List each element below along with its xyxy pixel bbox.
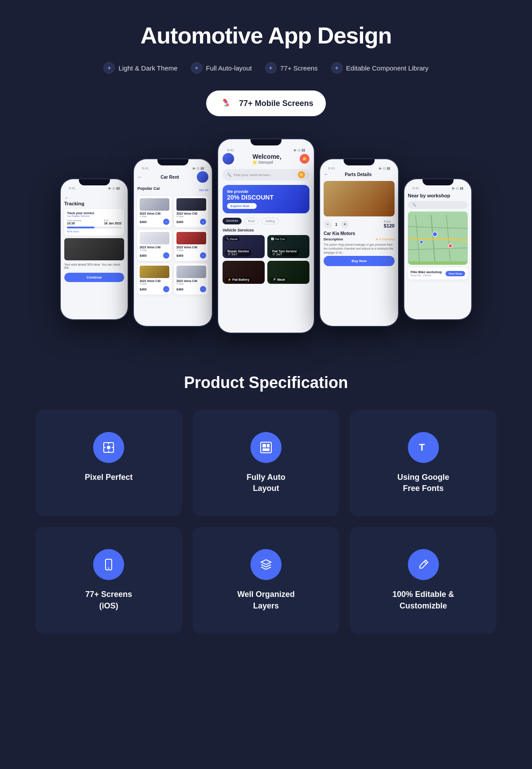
nearby-search[interactable]: 🔍 (408, 201, 468, 209)
service-tyre[interactable]: 🔄 Flat Tyre Flat Tyre Service⏱ 24/7 (267, 235, 309, 258)
car-brand: Car Kia Motors (324, 231, 395, 236)
filter-icon[interactable]: ⊞ (298, 171, 305, 178)
continue-button[interactable]: Continue (64, 273, 124, 282)
phone-tracking: 9:41▶ ◎ ▮▮ ← Tracking Track your service… (60, 178, 129, 320)
back-button-car-rent[interactable]: ← (137, 174, 143, 180)
see-all-link[interactable]: See All (199, 188, 208, 192)
tracking-screen: 9:41▶ ◎ ▮▮ ← Tracking Track your service… (61, 179, 128, 319)
spec-grid: Pixel Perfect Fully AutoLayout T Using G… (35, 410, 497, 634)
phone-frame-nearby: 9:41▶ ◎ ▮▮ Near by workshop 🔍 (403, 178, 472, 320)
tyre-tag: 🔄 Flat Tyre (269, 237, 287, 241)
car-price-row-1: $400 → (140, 219, 169, 225)
workshop-addr: Shop No: 120416 (411, 274, 442, 277)
car-arrow-2[interactable]: → (200, 219, 206, 225)
auto-layout-icon: ✦ (191, 62, 203, 74)
svg-rect-17 (262, 444, 266, 447)
car-image-3 (140, 232, 169, 244)
car-name-2: 2023 Volvo C40 (176, 212, 206, 215)
spec-label-pixel-perfect: Pixel Perfect (85, 472, 133, 483)
car-price-row-3: $400 → (140, 252, 169, 259)
car-name-1: 2023 Volvo C40 (140, 212, 169, 215)
svg-point-11 (107, 446, 110, 449)
search-bar[interactable]: 🔍 Find your need service... ⊞ (223, 169, 309, 180)
svg-rect-18 (267, 444, 270, 447)
map-svg (408, 212, 468, 265)
popular-label: Popular Car (137, 186, 160, 191)
quantity-row: − 1 + Price $120 (324, 220, 395, 228)
welcome-header: Welcome, 🌟 Denuyel 🔔 (223, 153, 309, 165)
auto-layout-spec-icon (250, 432, 282, 463)
car-name-6: 2023 Volvo C40 (176, 279, 206, 282)
car-arrow-6[interactable]: → (200, 286, 206, 292)
phone-notch-2 (157, 159, 188, 165)
workshop-card: Fillo Bike workshop Shop No: 120416 View… (408, 267, 468, 279)
track-info-card: Track your service Car Repair Service St… (64, 209, 124, 235)
car-price-2: $400 (176, 220, 184, 224)
car-rent-screen: 9:41▶ ◎ ▮▮ ← Car Rent Popular Car See Al… (134, 159, 212, 326)
back-button-parts[interactable]: ← (324, 171, 329, 177)
battery-label: ⚡ Flat Battery (225, 278, 251, 282)
car-arrow-5[interactable]: → (163, 286, 169, 292)
end-date: 16 Jan 2023 (104, 222, 121, 225)
qty-plus-button[interactable]: + (341, 220, 349, 228)
editable-icon (408, 549, 439, 580)
notification-icon[interactable]: 🔔 (300, 154, 309, 164)
vehicle-services-title: Vehicle Services (223, 228, 309, 232)
car-rent-header: ← Car Rent (137, 171, 208, 183)
spec-label-layers: Well OrganizedLayers (237, 589, 295, 611)
car-card-6: 2023 Volvo C40 4 Seat $400 → (174, 263, 208, 294)
feature-label-3: 77+ Screens (280, 64, 318, 72)
repair-label: Repair Service⏱ 24/7 (225, 249, 251, 256)
car-price-6: $400 (176, 288, 184, 291)
phone-frame-welcome: 9:41▶ ◎ ▮▮ Welcome, 🌟 Denuyel 🔔 🔍 Find y… (217, 138, 315, 333)
car-price-row-5: $400 → (140, 286, 169, 292)
tab-services[interactable]: Services (223, 218, 242, 224)
car-name-4: 2023 Volvo C40 (176, 246, 206, 249)
car-specs-6: 4 Seat (176, 282, 206, 285)
back-button-tracking[interactable]: ← (64, 195, 124, 201)
phone-parts: 9:41▶ ◎ ▮▮ ← Parts Details ⚙ Piston Ring… (319, 158, 399, 327)
repair-tag: 🔧 Repair (224, 237, 239, 241)
service-repair[interactable]: 🔧 Repair Repair Service⏱ 24/7 (223, 235, 265, 258)
user-avatar (197, 171, 208, 183)
car-price-row-2: $400 → (176, 219, 206, 225)
car-price-row-6: $400 → (176, 286, 206, 292)
service-wash[interactable]: 🚿 Wash (267, 261, 309, 284)
tab-rent[interactable]: Rent (244, 218, 259, 224)
qty-minus-button[interactable]: − (324, 220, 332, 228)
service-tabs: Services Rent Selling (223, 218, 309, 224)
svg-rect-19 (262, 448, 270, 451)
price-label: Price (384, 220, 395, 223)
tab-selling[interactable]: Selling (262, 218, 279, 224)
mobile-screens-button[interactable]: 77+ Mobile Screens (206, 90, 326, 116)
start-time: 10:30 (67, 222, 81, 225)
feature-label-4: Editable Component Library (346, 64, 429, 72)
spec-card-screens: 77+ Screens(iOS) (35, 527, 182, 633)
spec-label-auto-layout: Fully AutoLayout (246, 472, 285, 494)
phone-frame-tracking: 9:41▶ ◎ ▮▮ ← Tracking Track your service… (60, 178, 129, 320)
fonts-icon: T (408, 432, 439, 463)
progress-fill (67, 227, 94, 228)
product-spec-section: Product Specification Pixel Perfect (0, 351, 532, 660)
phone-notch-1 (79, 179, 110, 185)
svg-point-8 (448, 244, 452, 248)
spec-label-fonts: Using GoogleFree Fonts (397, 472, 449, 494)
car-specs-1: 4 Seat (140, 215, 169, 218)
feature-label-1: Light & Dark Theme (118, 64, 177, 72)
car-card-5: 2023 Volvo C40 4 Seat $400 → (137, 263, 172, 294)
car-arrow-4[interactable]: → (200, 252, 206, 259)
view-shop-button[interactable]: View Shop (446, 271, 465, 276)
svg-rect-16 (261, 442, 271, 453)
car-specs-5: 4 Seat (140, 282, 169, 285)
car-arrow-3[interactable]: → (163, 252, 169, 259)
car-image-5 (140, 266, 169, 278)
car-arrow-1[interactable]: → (163, 219, 169, 225)
service-battery[interactable]: ⚡ Flat Battery (223, 261, 265, 284)
phone-notch-4 (344, 159, 375, 165)
welcome-greeting: Welcome, (252, 153, 281, 160)
car-image-4 (176, 232, 206, 244)
buy-button[interactable]: Buy Now (324, 256, 395, 266)
status-bar-3: 9:41▶ ◎ ▮▮ (223, 145, 309, 153)
svg-line-23 (424, 561, 426, 564)
explore-button[interactable]: Explore Now → (227, 203, 257, 209)
